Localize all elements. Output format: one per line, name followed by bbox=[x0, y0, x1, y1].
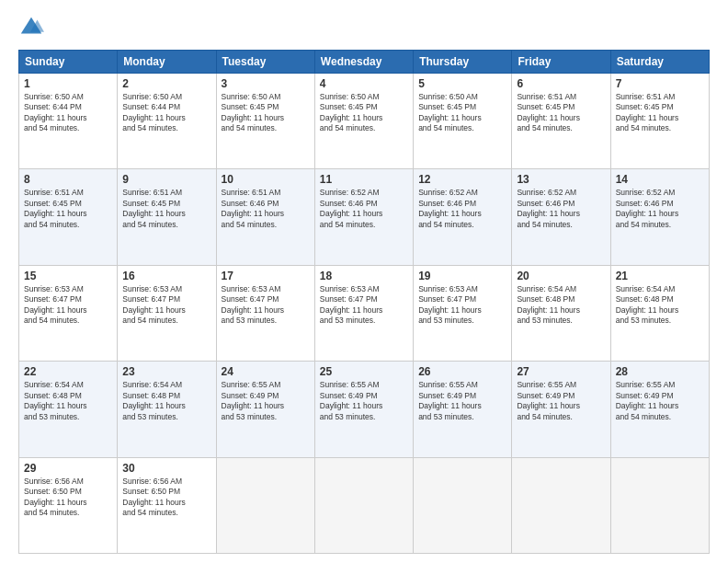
day-info: Sunrise: 6:53 AM Sunset: 6:47 PM Dayligh… bbox=[24, 284, 112, 327]
calendar-cell: 7 Sunrise: 6:51 AM Sunset: 6:45 PM Dayli… bbox=[610, 74, 709, 169]
day-info: Sunrise: 6:55 AM Sunset: 6:49 PM Dayligh… bbox=[517, 380, 605, 422]
logo-icon bbox=[18, 15, 44, 40]
calendar-cell: 6 Sunrise: 6:51 AM Sunset: 6:45 PM Dayli… bbox=[512, 74, 610, 169]
calendar-cell: 24 Sunrise: 6:55 AM Sunset: 6:49 PM Dayl… bbox=[216, 362, 314, 457]
calendar-cell: 2 Sunrise: 6:50 AM Sunset: 6:44 PM Dayli… bbox=[118, 74, 216, 169]
day-number: 18 bbox=[320, 270, 408, 282]
day-info: Sunrise: 6:54 AM Sunset: 6:48 PM Dayligh… bbox=[24, 380, 112, 422]
day-number: 15 bbox=[24, 270, 112, 282]
day-info: Sunrise: 6:50 AM Sunset: 6:44 PM Dayligh… bbox=[24, 92, 112, 134]
calendar-cell: 20 Sunrise: 6:54 AM Sunset: 6:48 PM Dayl… bbox=[512, 265, 610, 361]
day-number: 30 bbox=[122, 462, 210, 475]
day-number: 12 bbox=[418, 173, 506, 186]
calendar-cell: 9 Sunrise: 6:51 AM Sunset: 6:45 PM Dayli… bbox=[118, 169, 216, 265]
calendar-cell: 13 Sunrise: 6:52 AM Sunset: 6:46 PM Dayl… bbox=[512, 169, 610, 265]
col-header-friday: Friday bbox=[512, 51, 610, 74]
day-info: Sunrise: 6:53 AM Sunset: 6:47 PM Dayligh… bbox=[418, 284, 506, 327]
calendar-cell: 15 Sunrise: 6:53 AM Sunset: 6:47 PM Dayl… bbox=[19, 265, 118, 361]
day-info: Sunrise: 6:50 AM Sunset: 6:45 PM Dayligh… bbox=[320, 92, 408, 134]
logo bbox=[18, 15, 48, 40]
day-info: Sunrise: 6:56 AM Sunset: 6:50 PM Dayligh… bbox=[122, 477, 210, 519]
calendar-cell: 21 Sunrise: 6:54 AM Sunset: 6:48 PM Dayl… bbox=[610, 265, 709, 361]
calendar-cell: 27 Sunrise: 6:55 AM Sunset: 6:49 PM Dayl… bbox=[512, 362, 610, 457]
calendar-cell: 19 Sunrise: 6:53 AM Sunset: 6:47 PM Dayl… bbox=[414, 265, 512, 361]
calendar-cell: 29 Sunrise: 6:56 AM Sunset: 6:50 PM Dayl… bbox=[19, 457, 118, 553]
col-header-monday: Monday bbox=[118, 51, 216, 74]
day-number: 16 bbox=[122, 270, 210, 282]
calendar-cell: 17 Sunrise: 6:53 AM Sunset: 6:47 PM Dayl… bbox=[216, 265, 314, 361]
col-header-tuesday: Tuesday bbox=[216, 51, 314, 74]
day-number: 21 bbox=[616, 270, 704, 282]
day-number: 29 bbox=[24, 462, 112, 475]
day-info: Sunrise: 6:55 AM Sunset: 6:49 PM Dayligh… bbox=[616, 380, 704, 422]
day-number: 28 bbox=[616, 365, 704, 378]
calendar-cell: 8 Sunrise: 6:51 AM Sunset: 6:45 PM Dayli… bbox=[19, 169, 118, 265]
calendar-cell bbox=[314, 457, 413, 553]
header bbox=[18, 15, 710, 40]
day-number: 13 bbox=[517, 173, 605, 186]
day-info: Sunrise: 6:53 AM Sunset: 6:47 PM Dayligh… bbox=[320, 284, 408, 327]
day-number: 9 bbox=[122, 173, 210, 186]
calendar-cell: 28 Sunrise: 6:55 AM Sunset: 6:49 PM Dayl… bbox=[610, 362, 709, 457]
col-header-thursday: Thursday bbox=[414, 51, 512, 74]
calendar-cell bbox=[610, 457, 709, 553]
day-info: Sunrise: 6:54 AM Sunset: 6:48 PM Dayligh… bbox=[517, 284, 605, 327]
calendar-cell bbox=[216, 457, 314, 553]
calendar-cell: 16 Sunrise: 6:53 AM Sunset: 6:47 PM Dayl… bbox=[118, 265, 216, 361]
day-info: Sunrise: 6:50 AM Sunset: 6:44 PM Dayligh… bbox=[122, 92, 210, 134]
day-info: Sunrise: 6:55 AM Sunset: 6:49 PM Dayligh… bbox=[418, 380, 506, 422]
day-number: 27 bbox=[517, 365, 605, 378]
day-info: Sunrise: 6:54 AM Sunset: 6:48 PM Dayligh… bbox=[616, 284, 704, 327]
calendar-cell: 25 Sunrise: 6:55 AM Sunset: 6:49 PM Dayl… bbox=[314, 362, 413, 457]
calendar-cell: 10 Sunrise: 6:51 AM Sunset: 6:46 PM Dayl… bbox=[216, 169, 314, 265]
calendar-cell: 5 Sunrise: 6:50 AM Sunset: 6:45 PM Dayli… bbox=[414, 74, 512, 169]
calendar-cell: 30 Sunrise: 6:56 AM Sunset: 6:50 PM Dayl… bbox=[118, 457, 216, 553]
day-info: Sunrise: 6:52 AM Sunset: 6:46 PM Dayligh… bbox=[320, 188, 408, 230]
day-number: 22 bbox=[24, 365, 112, 378]
day-number: 11 bbox=[320, 173, 408, 186]
day-info: Sunrise: 6:52 AM Sunset: 6:46 PM Dayligh… bbox=[418, 188, 506, 230]
day-info: Sunrise: 6:51 AM Sunset: 6:45 PM Dayligh… bbox=[517, 92, 605, 134]
calendar-cell: 12 Sunrise: 6:52 AM Sunset: 6:46 PM Dayl… bbox=[414, 169, 512, 265]
day-number: 25 bbox=[320, 365, 408, 378]
day-info: Sunrise: 6:53 AM Sunset: 6:47 PM Dayligh… bbox=[222, 284, 310, 327]
col-header-sunday: Sunday bbox=[19, 51, 118, 74]
day-number: 26 bbox=[418, 365, 506, 378]
calendar-cell: 26 Sunrise: 6:55 AM Sunset: 6:49 PM Dayl… bbox=[414, 362, 512, 457]
day-number: 4 bbox=[320, 77, 408, 90]
day-number: 23 bbox=[122, 365, 210, 378]
day-number: 6 bbox=[517, 77, 605, 90]
calendar-cell: 23 Sunrise: 6:54 AM Sunset: 6:48 PM Dayl… bbox=[118, 362, 216, 457]
day-info: Sunrise: 6:52 AM Sunset: 6:46 PM Dayligh… bbox=[517, 188, 605, 230]
day-info: Sunrise: 6:51 AM Sunset: 6:45 PM Dayligh… bbox=[122, 188, 210, 230]
calendar-cell: 18 Sunrise: 6:53 AM Sunset: 6:47 PM Dayl… bbox=[314, 265, 413, 361]
day-info: Sunrise: 6:55 AM Sunset: 6:49 PM Dayligh… bbox=[320, 380, 408, 422]
day-number: 8 bbox=[24, 173, 112, 186]
day-info: Sunrise: 6:54 AM Sunset: 6:48 PM Dayligh… bbox=[122, 380, 210, 422]
col-header-wednesday: Wednesday bbox=[314, 51, 413, 74]
day-info: Sunrise: 6:51 AM Sunset: 6:46 PM Dayligh… bbox=[222, 188, 310, 230]
day-info: Sunrise: 6:51 AM Sunset: 6:45 PM Dayligh… bbox=[24, 188, 112, 230]
calendar-cell: 3 Sunrise: 6:50 AM Sunset: 6:45 PM Dayli… bbox=[216, 74, 314, 169]
day-info: Sunrise: 6:50 AM Sunset: 6:45 PM Dayligh… bbox=[222, 92, 310, 134]
day-number: 7 bbox=[616, 77, 704, 90]
day-number: 1 bbox=[24, 77, 112, 90]
col-header-saturday: Saturday bbox=[610, 51, 709, 74]
calendar-cell: 1 Sunrise: 6:50 AM Sunset: 6:44 PM Dayli… bbox=[19, 74, 118, 169]
day-number: 5 bbox=[418, 77, 506, 90]
day-info: Sunrise: 6:55 AM Sunset: 6:49 PM Dayligh… bbox=[222, 380, 310, 422]
day-number: 20 bbox=[517, 270, 605, 282]
day-info: Sunrise: 6:53 AM Sunset: 6:47 PM Dayligh… bbox=[122, 284, 210, 327]
day-number: 14 bbox=[616, 173, 704, 186]
calendar-cell bbox=[512, 457, 610, 553]
calendar-cell: 11 Sunrise: 6:52 AM Sunset: 6:46 PM Dayl… bbox=[314, 169, 413, 265]
day-number: 17 bbox=[222, 270, 310, 282]
day-info: Sunrise: 6:52 AM Sunset: 6:46 PM Dayligh… bbox=[616, 188, 704, 230]
day-number: 10 bbox=[222, 173, 310, 186]
day-info: Sunrise: 6:50 AM Sunset: 6:45 PM Dayligh… bbox=[418, 92, 506, 134]
calendar-table: SundayMondayTuesdayWednesdayThursdayFrid… bbox=[18, 50, 710, 554]
day-number: 19 bbox=[418, 270, 506, 282]
day-number: 2 bbox=[122, 77, 210, 90]
day-info: Sunrise: 6:56 AM Sunset: 6:50 PM Dayligh… bbox=[24, 477, 112, 519]
day-number: 24 bbox=[222, 365, 310, 378]
